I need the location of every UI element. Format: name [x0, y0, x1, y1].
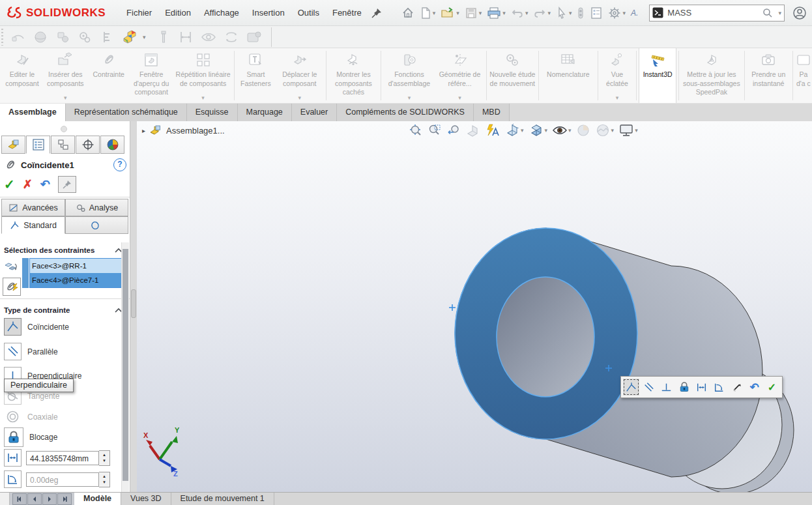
- lock-button[interactable]: [4, 427, 23, 447]
- ribbon-insert-components[interactable]: Insérer des composants ▾: [42, 48, 89, 103]
- tab-complements[interactable]: Compléments de SOLIDWORKS: [337, 104, 474, 121]
- gear-dropdown-icon[interactable]: ▾: [622, 10, 626, 16]
- ribbon-bom[interactable]: Nomenclature: [541, 48, 596, 103]
- propertymanager-tab[interactable]: [26, 136, 50, 154]
- panel-resize-dot[interactable]: [61, 126, 67, 132]
- angle-input[interactable]: 0.00deg: [26, 472, 99, 487]
- ribbon-preview-window[interactable]: Fenêtre d'aperçu du composant: [128, 48, 175, 103]
- selection-filter-icon[interactable]: [575, 5, 587, 21]
- dropdown-icon[interactable]: ▾: [616, 94, 619, 101]
- distance-spinner[interactable]: ▴ ▾: [99, 450, 110, 466]
- menu-insertion[interactable]: Insertion: [246, 0, 291, 26]
- tab-vues-3d[interactable]: Vues 3D: [121, 493, 171, 505]
- model-canvas[interactable]: X Y Z: [137, 121, 812, 492]
- open-button[interactable]: ▾: [439, 5, 461, 21]
- tab-modele[interactable]: Modèle: [74, 493, 121, 505]
- colored-part-icon[interactable]: [118, 28, 141, 46]
- spin-down-icon[interactable]: ▾: [103, 458, 106, 463]
- mate-selection-listbox[interactable]: Face<3>@RR-1 Face<4>@Pièce7-1: [29, 258, 127, 288]
- prev-tab-button[interactable]: [27, 493, 42, 505]
- ribbon-linear-pattern[interactable]: Répétition linéaire de composants ▾: [175, 48, 232, 103]
- text-style-icon[interactable]: A.: [629, 7, 640, 19]
- undo-button[interactable]: ▾: [509, 5, 530, 21]
- pin-menu-icon[interactable]: [371, 7, 383, 19]
- last-tab-button[interactable]: [57, 493, 72, 505]
- ctx-parallel-button[interactable]: [641, 379, 657, 396]
- mate-type-coincident[interactable]: Coïncidente: [4, 318, 69, 336]
- tab-analyse[interactable]: Analyse: [65, 199, 128, 216]
- ribbon-new-motion-study[interactable]: Nouvelle étude de mouvement: [489, 48, 536, 103]
- dropdown-icon[interactable]: ▾: [201, 94, 205, 101]
- colored-part-dropdown-icon[interactable]: ▾: [143, 34, 146, 40]
- tab-mbd[interactable]: MBD: [474, 104, 510, 121]
- tab-mecanique[interactable]: [65, 216, 128, 234]
- open-dropdown-icon[interactable]: ▾: [456, 10, 459, 16]
- tab-standard[interactable]: Standard: [1, 216, 65, 234]
- print-dropdown-icon[interactable]: ▾: [502, 10, 506, 16]
- configurationmanager-tab[interactable]: [51, 136, 75, 154]
- spin-up-icon[interactable]: ▴: [103, 452, 106, 457]
- menu-edition[interactable]: Edition: [158, 0, 197, 26]
- options-list-icon[interactable]: [588, 5, 605, 21]
- search-dropdown-icon[interactable]: ▾: [778, 10, 781, 16]
- mate-type-lock[interactable]: Blocage: [4, 427, 57, 447]
- print-button[interactable]: ▾: [485, 5, 508, 21]
- ribbon-smart-fasteners[interactable]: Smart Fasteners: [237, 48, 276, 103]
- pm-scrollbar-thumb[interactable]: [123, 249, 128, 481]
- menu-fichier[interactable]: Fichier: [120, 0, 158, 26]
- redo-dropdown-icon[interactable]: ▾: [547, 10, 551, 16]
- ribbon-instant3d[interactable]: Instant3D: [639, 48, 676, 103]
- coincident-button[interactable]: [4, 318, 22, 336]
- ctx-perpendicular-button[interactable]: [658, 379, 674, 396]
- save-dropdown-icon[interactable]: ▾: [479, 10, 482, 16]
- ctx-undo-button[interactable]: ↶: [746, 379, 762, 396]
- menu-outils[interactable]: Outils: [291, 0, 326, 26]
- undo-button[interactable]: ↶: [40, 177, 50, 192]
- tab-avancees[interactable]: Avancées: [1, 199, 65, 216]
- distance-button[interactable]: [4, 449, 22, 467]
- ribbon-reference-geometry[interactable]: Géométrie de référe... ▾: [435, 48, 484, 103]
- ribbon-move-component[interactable]: Déplacer le composant ▾: [275, 48, 324, 103]
- section-selection-header[interactable]: Sélection des contraintes: [4, 246, 123, 254]
- ribbon-clipped-button[interactable]: Pa d'a c: [795, 48, 812, 103]
- selection-item[interactable]: Face<4>@Pièce7-1: [30, 273, 126, 287]
- cancel-button[interactable]: ✗: [23, 177, 33, 192]
- next-tab-button[interactable]: [42, 493, 57, 505]
- ok-button[interactable]: ✓: [4, 177, 15, 192]
- tab-representation-schematique[interactable]: Représentation schématique: [66, 104, 187, 121]
- search-input[interactable]: MASS: [667, 8, 759, 18]
- ctx-distance-button[interactable]: [693, 379, 710, 396]
- angle-spinner[interactable]: ▴ ▾: [99, 472, 110, 487]
- new-dropdown-icon[interactable]: ▾: [433, 10, 436, 16]
- first-tab-button[interactable]: [12, 493, 27, 505]
- ribbon-exploded-view[interactable]: Vue éclatée ▾: [600, 48, 634, 103]
- undo-dropdown-icon[interactable]: ▾: [525, 10, 529, 16]
- search-icon[interactable]: [762, 8, 773, 18]
- menu-fenetre[interactable]: Fenêtre: [326, 0, 368, 26]
- tab-evaluer[interactable]: Evaluer: [292, 104, 337, 121]
- dropdown-icon[interactable]: ▾: [64, 94, 67, 101]
- parallel-button[interactable]: [4, 343, 22, 360]
- distance-input[interactable]: 44.18355748mm: [26, 451, 99, 465]
- new-document-button[interactable]: ▾: [418, 5, 438, 21]
- select-button[interactable]: ▾: [554, 5, 574, 21]
- ribbon-take-snapshot[interactable]: Prendre un instantané: [747, 48, 790, 103]
- ribbon-edit-component[interactable]: Editer le composant: [3, 48, 42, 103]
- dropdown-icon[interactable]: ▾: [408, 94, 411, 101]
- options-gear-button[interactable]: ▾: [606, 5, 628, 21]
- account-icon[interactable]: [792, 6, 807, 20]
- section-type-header[interactable]: Type de contrainte: [4, 306, 123, 314]
- search-scope-icon[interactable]: [652, 7, 663, 18]
- ctx-ok-button[interactable]: ✓: [764, 379, 780, 396]
- tab-esquisse[interactable]: Esquisse: [187, 104, 238, 121]
- spin-down-icon[interactable]: ▾: [103, 480, 106, 485]
- tab-etude-mouvement[interactable]: Etude de mouvement 1: [171, 493, 274, 505]
- select-dropdown-icon[interactable]: ▾: [569, 10, 572, 16]
- ctx-lock-button[interactable]: [676, 379, 692, 396]
- save-button[interactable]: ▾: [463, 5, 484, 21]
- keep-visible-pin-button[interactable]: [58, 176, 76, 193]
- appearances-tab[interactable]: [100, 136, 124, 154]
- ctx-flip-alignment-button[interactable]: [729, 379, 745, 396]
- ribbon-update-speedpak[interactable]: Mettre à jour les sous-assemblages Speed…: [681, 48, 742, 103]
- search-box[interactable]: MASS ▾: [649, 5, 785, 22]
